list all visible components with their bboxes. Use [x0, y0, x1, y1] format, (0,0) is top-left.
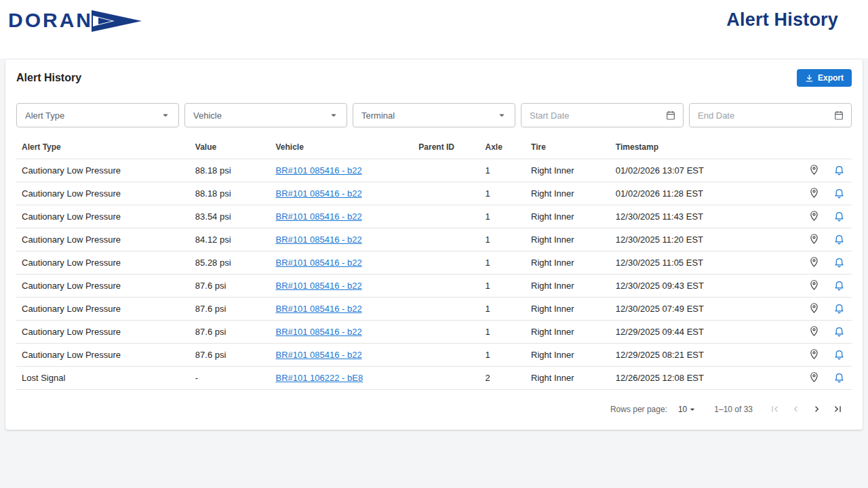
cell-alert-action	[827, 159, 852, 182]
cell-value: 85.28 psi	[190, 251, 271, 274]
end-date-input[interactable]: End Date	[689, 103, 852, 127]
cell-parent-id	[413, 182, 479, 205]
cell-value: 88.18 psi	[190, 182, 271, 205]
vehicle-link[interactable]: BR#101 085416 - b22	[276, 327, 362, 337]
location-pin-icon[interactable]	[808, 256, 820, 268]
vehicle-link[interactable]: BR#101 085416 - b22	[276, 235, 362, 245]
panel-title: Alert History	[16, 72, 81, 84]
cell-timestamp: 12/30/2025 11:20 EST	[610, 228, 802, 251]
last-page-button[interactable]	[832, 403, 844, 415]
chevron-down-icon	[328, 109, 340, 121]
export-button[interactable]: Export	[797, 69, 852, 87]
vehicle-filter[interactable]: Vehicle	[184, 103, 347, 127]
table-row: Cautionary Low Pressure 87.6 psi BR#101 …	[16, 321, 852, 344]
alert-bell-icon[interactable]	[833, 325, 845, 337]
cell-alert-type: Cautionary Low Pressure	[16, 298, 190, 321]
alert-type-filter[interactable]: Alert Type	[16, 103, 179, 127]
location-pin-icon[interactable]	[808, 279, 820, 291]
next-page-button[interactable]	[811, 403, 823, 415]
table-row: Cautionary Low Pressure 87.6 psi BR#101 …	[16, 298, 852, 321]
cell-timestamp: 01/02/2026 11:28 EST	[610, 182, 802, 205]
alert-bell-icon[interactable]	[833, 371, 845, 383]
alert-bell-icon[interactable]	[833, 348, 845, 360]
vehicle-link[interactable]: BR#101 085416 - b22	[276, 165, 362, 176]
vehicle-link[interactable]: BR#101 106222 - bE8	[276, 373, 363, 383]
cell-alert-action	[827, 228, 852, 251]
calendar-icon	[665, 110, 676, 121]
cell-alert-type: Cautionary Low Pressure	[16, 205, 190, 228]
vehicle-link[interactable]: BR#101 085416 - b22	[276, 304, 362, 314]
cell-tire: Right Inner	[526, 344, 610, 367]
rows-per-page-select[interactable]: 10	[678, 404, 698, 415]
vehicle-link[interactable]: BR#101 085416 - b22	[276, 188, 362, 199]
cell-tire: Right Inner	[526, 367, 610, 390]
terminal-filter-label: Terminal	[361, 110, 395, 121]
cell-parent-id	[413, 205, 479, 228]
first-page-icon	[769, 403, 781, 415]
cell-location-action	[802, 298, 827, 321]
location-pin-icon[interactable]	[808, 348, 820, 360]
col-value: Value	[190, 136, 271, 159]
vehicle-link[interactable]: BR#101 085416 - b22	[276, 350, 362, 360]
location-pin-icon[interactable]	[808, 325, 820, 337]
cell-parent-id	[413, 321, 479, 344]
location-pin-icon[interactable]	[808, 302, 820, 314]
vehicle-link[interactable]: BR#101 085416 - b22	[276, 258, 362, 268]
cell-location-action	[802, 344, 827, 367]
col-alert-actions	[827, 136, 852, 159]
cell-alert-action	[827, 251, 852, 274]
alert-type-filter-label: Alert Type	[25, 110, 64, 121]
export-button-label: Export	[818, 73, 844, 83]
cell-axle: 1	[480, 298, 526, 321]
doran-logo[interactable]: DORAN	[8, 8, 144, 33]
alert-bell-icon[interactable]	[833, 256, 845, 268]
chevron-down-icon	[687, 404, 698, 415]
first-page-button[interactable]	[769, 403, 781, 415]
cell-axle: 1	[480, 182, 526, 205]
chevron-left-icon	[790, 403, 802, 415]
location-pin-icon[interactable]	[808, 371, 820, 383]
pagination-range: 1–10 of 33	[714, 405, 753, 414]
cell-vehicle: BR#101 085416 - b22	[271, 159, 414, 182]
cell-location-action	[802, 321, 827, 344]
cell-tire: Right Inner	[526, 228, 610, 251]
previous-page-button[interactable]	[790, 403, 802, 415]
alert-bell-icon[interactable]	[833, 210, 845, 222]
cell-timestamp: 12/30/2025 09:43 EST	[610, 274, 802, 298]
cell-vehicle: BR#101 085416 - b22	[271, 205, 414, 228]
cell-alert-action	[827, 367, 852, 390]
alert-bell-icon[interactable]	[833, 187, 845, 199]
vehicle-filter-label: Vehicle	[193, 110, 222, 121]
terminal-filter[interactable]: Terminal	[353, 103, 515, 127]
col-location-actions	[802, 136, 827, 159]
alert-bell-icon[interactable]	[833, 302, 845, 314]
table-row: Cautionary Low Pressure 88.18 psi BR#101…	[16, 159, 852, 182]
cell-vehicle: BR#101 106222 - bE8	[271, 367, 414, 390]
doran-logo-arrow-icon	[92, 9, 144, 33]
alert-bell-icon[interactable]	[833, 164, 845, 176]
table-row: Cautionary Low Pressure 87.6 psi BR#101 …	[16, 344, 852, 367]
start-date-placeholder: Start Date	[530, 110, 570, 121]
vehicle-link[interactable]: BR#101 085416 - b22	[276, 281, 362, 291]
location-pin-icon[interactable]	[808, 210, 820, 222]
location-pin-icon[interactable]	[808, 187, 820, 199]
alert-bell-icon[interactable]	[833, 233, 845, 245]
last-page-icon	[832, 403, 844, 415]
cell-value: 83.54 psi	[190, 205, 271, 228]
rows-per-page-value: 10	[678, 405, 687, 414]
cell-tire: Right Inner	[526, 159, 610, 182]
location-pin-icon[interactable]	[808, 233, 820, 245]
cell-axle: 1	[480, 274, 526, 298]
alert-bell-icon[interactable]	[833, 279, 845, 291]
cell-tire: Right Inner	[526, 321, 610, 344]
cell-location-action	[802, 367, 827, 390]
cell-axle: 2	[480, 367, 526, 390]
cell-axle: 1	[480, 344, 526, 367]
table-header-row: Alert Type Value Vehicle Parent ID Axle …	[16, 136, 852, 159]
cell-value: 84.12 psi	[190, 228, 271, 251]
col-tire: Tire	[526, 136, 610, 159]
vehicle-link[interactable]: BR#101 085416 - b22	[276, 211, 362, 222]
start-date-input[interactable]: Start Date	[521, 103, 684, 127]
location-pin-icon[interactable]	[808, 164, 820, 176]
app-header: DORAN Alert History	[0, 0, 868, 58]
